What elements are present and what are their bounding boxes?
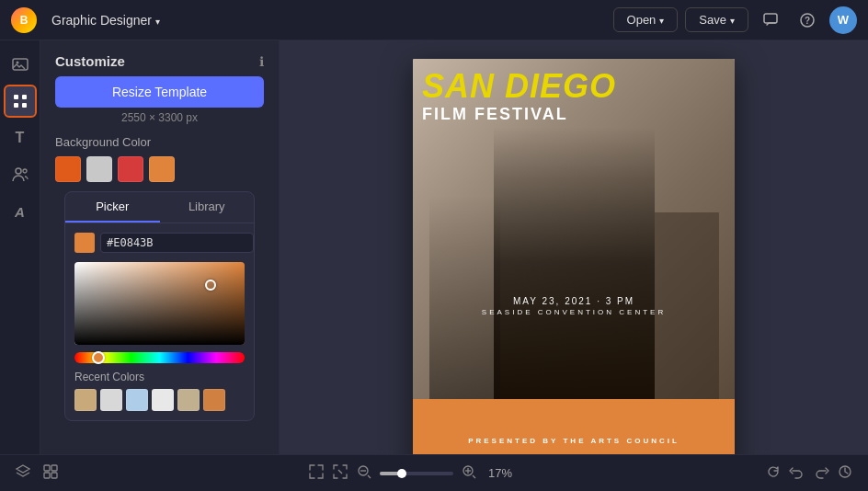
color-swatches-row (55, 156, 264, 182)
zoom-out-icon[interactable] (356, 463, 372, 484)
hue-slider[interactable] (74, 352, 245, 363)
svg-point-9 (16, 168, 21, 174)
app-title-chevron (155, 13, 160, 28)
swatch-amber[interactable] (149, 156, 175, 182)
poster-footer: PRESENTED BY THE ARTS COUNCIL (413, 399, 735, 454)
open-chevron (659, 13, 664, 27)
sidebar-item-people[interactable] (4, 158, 37, 191)
zoom-in-icon[interactable] (461, 463, 477, 484)
resize-template-button[interactable]: Resize Template (55, 76, 264, 108)
chat-icon (762, 12, 779, 29)
fit-icon[interactable] (308, 463, 325, 484)
main-layout: T A Customize ℹ Resize Template 2550 × 3… (0, 40, 868, 454)
poster-venue: SEASIDE CONVENTION CENTER (413, 308, 735, 316)
svg-rect-21 (51, 473, 57, 478)
poster-date: MAY 23, 2021 · 3 PM (413, 296, 735, 306)
recent-swatch-1[interactable] (74, 389, 97, 411)
recent-swatch-6[interactable] (203, 389, 225, 411)
undo-icon[interactable] (789, 463, 805, 484)
design-canvas[interactable]: SAN DIEGO FILM FESTIVAL MAY 23, 2021 · 3… (413, 59, 735, 454)
font-tool-icon: A (15, 204, 25, 220)
app-title-label: Graphic Designer (51, 13, 152, 28)
avatar-button[interactable]: W (829, 6, 857, 34)
save-chevron (730, 13, 735, 27)
svg-rect-5 (14, 95, 18, 99)
poster-photo: SAN DIEGO FILM FESTIVAL MAY 23, 2021 · 3… (413, 59, 735, 399)
zoom-thumb[interactable] (397, 469, 406, 478)
text-tool-icon: T (16, 130, 25, 146)
svg-line-29 (473, 475, 475, 478)
color-picker-popup: Picker Library (64, 191, 255, 421)
template-dimensions: 2550 × 3300 px (40, 111, 279, 124)
info-icon[interactable]: ℹ (259, 54, 264, 69)
figure-center (494, 127, 655, 399)
svg-rect-20 (44, 473, 50, 478)
sidebar-item-images[interactable] (4, 48, 37, 81)
panel-header: Customize ℹ (40, 40, 279, 76)
app-title-dropdown[interactable]: Graphic Designer (44, 9, 167, 31)
fullscreen-icon[interactable] (332, 463, 348, 484)
poster-footer-text: PRESENTED BY THE ARTS COUNCIL (468, 437, 680, 445)
svg-text:?: ? (805, 16, 810, 26)
topbar-right: Open Save ? W (613, 6, 857, 35)
hex-input[interactable] (100, 233, 254, 253)
background-color-section: Background Color Picker Library (40, 135, 279, 421)
hue-handle[interactable] (92, 351, 105, 364)
svg-point-10 (23, 169, 27, 173)
history-icon[interactable] (837, 463, 853, 484)
sidebar-item-font[interactable]: A (4, 195, 37, 228)
poster: SAN DIEGO FILM FESTIVAL MAY 23, 2021 · 3… (413, 59, 735, 454)
tab-library[interactable]: Library (160, 192, 255, 223)
svg-rect-3 (13, 59, 28, 70)
svg-rect-18 (44, 465, 50, 471)
recent-swatch-2[interactable] (100, 389, 122, 411)
svg-rect-7 (14, 103, 18, 108)
sidebar-item-customize[interactable] (4, 85, 37, 118)
svg-line-22 (338, 470, 342, 474)
recent-swatch-3[interactable] (126, 389, 148, 411)
bottom-left-tools (15, 463, 59, 484)
hue-slider-row (74, 352, 245, 363)
recent-swatch-5[interactable] (177, 389, 200, 411)
redo-icon[interactable] (813, 463, 829, 484)
tab-picker[interactable]: Picker (65, 192, 160, 223)
customize-panel: Customize ℹ Resize Template 2550 × 3300 … (40, 40, 280, 454)
svg-rect-0 (764, 14, 777, 23)
grid-icon[interactable] (42, 463, 59, 484)
zoom-slider[interactable] (380, 472, 453, 475)
svg-line-25 (368, 475, 371, 478)
bottom-center-controls: 17% (308, 463, 517, 484)
sidebar-item-text[interactable]: T (4, 121, 37, 154)
recent-swatches (74, 389, 245, 411)
svg-rect-19 (51, 465, 57, 471)
gradient-canvas[interactable] (74, 262, 245, 345)
recent-swatch-4[interactable] (152, 389, 174, 411)
swatch-orange[interactable] (55, 156, 81, 182)
picker-body: + Recent Colors (65, 223, 254, 420)
zoom-value: 17% (485, 466, 517, 480)
swatch-red[interactable] (118, 156, 143, 182)
bottom-bar: 17% (0, 454, 868, 491)
svg-rect-6 (22, 95, 27, 99)
poster-title-line1: SAN DIEGO (422, 70, 725, 103)
help-button[interactable]: ? (793, 6, 822, 35)
poster-title-line2: FILM FESTIVAL (422, 105, 725, 124)
chat-button[interactable] (756, 6, 785, 35)
open-button[interactable]: Open (613, 7, 679, 32)
picker-tabs: Picker Library (65, 192, 254, 223)
topbar: B Graphic Designer Open Save ? W (0, 0, 868, 40)
bottom-right-controls (765, 463, 853, 484)
swatch-gray[interactable] (86, 156, 112, 182)
background-color-label: Background Color (55, 135, 264, 149)
svg-rect-8 (22, 103, 27, 108)
layers-icon[interactable] (15, 463, 31, 484)
poster-info: MAY 23, 2021 · 3 PM SEASIDE CONVENTION C… (413, 296, 735, 316)
refresh-icon[interactable] (765, 463, 782, 484)
icon-sidebar: T A (0, 40, 40, 454)
help-icon: ? (799, 12, 816, 29)
recent-colors-label: Recent Colors (74, 371, 245, 383)
save-button[interactable]: Save (685, 7, 748, 32)
canvas-area: SAN DIEGO FILM FESTIVAL MAY 23, 2021 · 3… (280, 40, 868, 454)
hex-row: + (74, 233, 245, 253)
app-logo[interactable]: B (11, 7, 37, 33)
